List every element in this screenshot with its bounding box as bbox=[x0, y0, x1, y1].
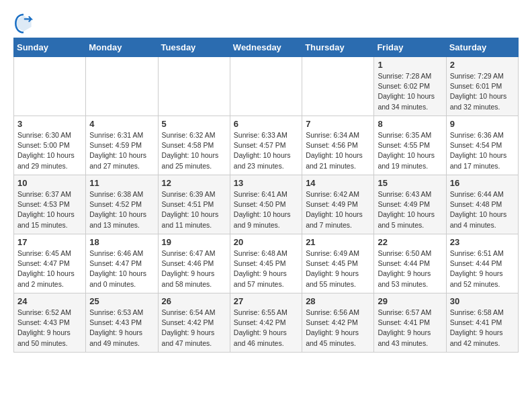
day-info: Sunrise: 6:51 AM Sunset: 4:44 PM Dayligh… bbox=[450, 248, 515, 289]
calendar-cell: 10Sunrise: 6:37 AM Sunset: 4:53 PM Dayli… bbox=[14, 175, 86, 234]
day-info: Sunrise: 6:58 AM Sunset: 4:41 PM Dayligh… bbox=[450, 308, 515, 349]
day-of-week-header: Friday bbox=[374, 38, 446, 57]
calendar-cell: 7Sunrise: 6:34 AM Sunset: 4:56 PM Daylig… bbox=[302, 116, 374, 175]
day-info: Sunrise: 6:45 AM Sunset: 4:47 PM Dayligh… bbox=[17, 248, 82, 289]
header-row: SundayMondayTuesdayWednesdayThursdayFrid… bbox=[14, 38, 519, 57]
day-info: Sunrise: 6:32 AM Sunset: 4:58 PM Dayligh… bbox=[162, 130, 226, 171]
calendar-week-row: 3Sunrise: 6:30 AM Sunset: 5:00 PM Daylig… bbox=[14, 116, 519, 175]
calendar-cell: 27Sunrise: 6:55 AM Sunset: 4:42 PM Dayli… bbox=[230, 293, 302, 353]
calendar-table: SundayMondayTuesdayWednesdayThursdayFrid… bbox=[13, 38, 519, 353]
calendar-cell: 20Sunrise: 6:48 AM Sunset: 4:45 PM Dayli… bbox=[230, 234, 302, 293]
calendar-cell: 19Sunrise: 6:47 AM Sunset: 4:46 PM Dayli… bbox=[158, 234, 230, 293]
day-info: Sunrise: 6:42 AM Sunset: 4:49 PM Dayligh… bbox=[306, 189, 370, 230]
day-number: 25 bbox=[89, 296, 154, 306]
day-number: 13 bbox=[234, 178, 298, 188]
calendar-cell: 4Sunrise: 6:31 AM Sunset: 4:59 PM Daylig… bbox=[86, 116, 158, 175]
day-number: 1 bbox=[378, 60, 442, 70]
day-number: 9 bbox=[450, 119, 515, 129]
calendar-cell: 28Sunrise: 6:56 AM Sunset: 4:42 PM Dayli… bbox=[302, 293, 374, 353]
calendar-cell: 16Sunrise: 6:44 AM Sunset: 4:48 PM Dayli… bbox=[446, 175, 518, 234]
day-info: Sunrise: 6:53 AM Sunset: 4:43 PM Dayligh… bbox=[89, 308, 154, 349]
day-number: 3 bbox=[17, 119, 82, 129]
calendar-cell: 2Sunrise: 7:29 AM Sunset: 6:01 PM Daylig… bbox=[446, 57, 518, 116]
calendar-cell: 24Sunrise: 6:52 AM Sunset: 4:43 PM Dayli… bbox=[14, 293, 86, 353]
day-info: Sunrise: 6:56 AM Sunset: 4:42 PM Dayligh… bbox=[306, 308, 370, 349]
day-number: 7 bbox=[306, 119, 370, 129]
day-number: 21 bbox=[306, 237, 370, 247]
day-info: Sunrise: 6:39 AM Sunset: 4:51 PM Dayligh… bbox=[162, 189, 226, 230]
day-number: 26 bbox=[162, 296, 226, 306]
day-info: Sunrise: 6:49 AM Sunset: 4:45 PM Dayligh… bbox=[306, 248, 370, 289]
day-number: 29 bbox=[378, 296, 442, 306]
day-info: Sunrise: 6:57 AM Sunset: 4:41 PM Dayligh… bbox=[378, 308, 442, 349]
day-info: Sunrise: 6:36 AM Sunset: 4:54 PM Dayligh… bbox=[450, 130, 515, 171]
day-info: Sunrise: 6:50 AM Sunset: 4:44 PM Dayligh… bbox=[378, 248, 442, 289]
day-info: Sunrise: 6:52 AM Sunset: 4:43 PM Dayligh… bbox=[17, 308, 82, 349]
day-of-week-header: Wednesday bbox=[230, 38, 302, 57]
calendar-cell: 9Sunrise: 6:36 AM Sunset: 4:54 PM Daylig… bbox=[446, 116, 518, 175]
day-number: 17 bbox=[17, 237, 82, 247]
day-info: Sunrise: 7:29 AM Sunset: 6:01 PM Dayligh… bbox=[450, 71, 515, 112]
day-number: 20 bbox=[234, 237, 298, 247]
day-number: 10 bbox=[17, 178, 82, 188]
day-number: 15 bbox=[378, 178, 442, 188]
calendar-cell: 3Sunrise: 6:30 AM Sunset: 5:00 PM Daylig… bbox=[14, 116, 86, 175]
day-info: Sunrise: 7:28 AM Sunset: 6:02 PM Dayligh… bbox=[378, 71, 442, 112]
calendar-cell: 21Sunrise: 6:49 AM Sunset: 4:45 PM Dayli… bbox=[302, 234, 374, 293]
day-number: 5 bbox=[162, 119, 226, 129]
day-number: 16 bbox=[450, 178, 515, 188]
day-info: Sunrise: 6:30 AM Sunset: 5:00 PM Dayligh… bbox=[17, 130, 82, 171]
calendar-cell: 15Sunrise: 6:43 AM Sunset: 4:49 PM Dayli… bbox=[374, 175, 446, 234]
calendar-cell bbox=[14, 57, 86, 116]
day-number: 23 bbox=[450, 237, 515, 247]
day-info: Sunrise: 6:48 AM Sunset: 4:45 PM Dayligh… bbox=[234, 248, 298, 289]
day-number: 14 bbox=[306, 178, 370, 188]
day-of-week-header: Sunday bbox=[14, 38, 86, 57]
calendar-cell: 5Sunrise: 6:32 AM Sunset: 4:58 PM Daylig… bbox=[158, 116, 230, 175]
day-number: 27 bbox=[234, 296, 298, 306]
calendar-cell: 22Sunrise: 6:50 AM Sunset: 4:44 PM Dayli… bbox=[374, 234, 446, 293]
calendar-week-row: 10Sunrise: 6:37 AM Sunset: 4:53 PM Dayli… bbox=[14, 175, 519, 234]
day-number: 8 bbox=[378, 119, 442, 129]
day-info: Sunrise: 6:47 AM Sunset: 4:46 PM Dayligh… bbox=[162, 248, 226, 289]
calendar-cell bbox=[86, 57, 158, 116]
calendar-cell: 30Sunrise: 6:58 AM Sunset: 4:41 PM Dayli… bbox=[446, 293, 518, 353]
day-info: Sunrise: 6:55 AM Sunset: 4:42 PM Dayligh… bbox=[234, 308, 298, 349]
day-of-week-header: Thursday bbox=[302, 38, 374, 57]
day-info: Sunrise: 6:41 AM Sunset: 4:50 PM Dayligh… bbox=[234, 189, 298, 230]
day-info: Sunrise: 6:46 AM Sunset: 4:47 PM Dayligh… bbox=[89, 248, 154, 289]
logo bbox=[13, 13, 36, 34]
logo-icon bbox=[13, 13, 34, 34]
calendar-cell: 11Sunrise: 6:38 AM Sunset: 4:52 PM Dayli… bbox=[86, 175, 158, 234]
day-number: 11 bbox=[89, 178, 154, 188]
calendar-cell: 12Sunrise: 6:39 AM Sunset: 4:51 PM Dayli… bbox=[158, 175, 230, 234]
calendar-cell: 6Sunrise: 6:33 AM Sunset: 4:57 PM Daylig… bbox=[230, 116, 302, 175]
day-info: Sunrise: 6:33 AM Sunset: 4:57 PM Dayligh… bbox=[234, 130, 298, 171]
calendar-cell bbox=[302, 57, 374, 116]
day-number: 6 bbox=[234, 119, 298, 129]
day-number: 30 bbox=[450, 296, 515, 306]
calendar-week-row: 1Sunrise: 7:28 AM Sunset: 6:02 PM Daylig… bbox=[14, 57, 519, 116]
day-number: 18 bbox=[89, 237, 154, 247]
calendar-cell: 1Sunrise: 7:28 AM Sunset: 6:02 PM Daylig… bbox=[374, 57, 446, 116]
day-info: Sunrise: 6:37 AM Sunset: 4:53 PM Dayligh… bbox=[17, 189, 82, 230]
day-of-week-header: Monday bbox=[86, 38, 158, 57]
day-info: Sunrise: 6:43 AM Sunset: 4:49 PM Dayligh… bbox=[378, 189, 442, 230]
day-number: 12 bbox=[162, 178, 226, 188]
day-of-week-header: Saturday bbox=[446, 38, 518, 57]
day-number: 28 bbox=[306, 296, 370, 306]
calendar-cell bbox=[158, 57, 230, 116]
calendar-week-row: 24Sunrise: 6:52 AM Sunset: 4:43 PM Dayli… bbox=[14, 293, 519, 353]
day-info: Sunrise: 6:38 AM Sunset: 4:52 PM Dayligh… bbox=[89, 189, 154, 230]
calendar-cell: 18Sunrise: 6:46 AM Sunset: 4:47 PM Dayli… bbox=[86, 234, 158, 293]
calendar-cell: 14Sunrise: 6:42 AM Sunset: 4:49 PM Dayli… bbox=[302, 175, 374, 234]
calendar-cell: 13Sunrise: 6:41 AM Sunset: 4:50 PM Dayli… bbox=[230, 175, 302, 234]
calendar-cell: 29Sunrise: 6:57 AM Sunset: 4:41 PM Dayli… bbox=[374, 293, 446, 353]
day-number: 19 bbox=[162, 237, 226, 247]
calendar-week-row: 17Sunrise: 6:45 AM Sunset: 4:47 PM Dayli… bbox=[14, 234, 519, 293]
day-info: Sunrise: 6:31 AM Sunset: 4:59 PM Dayligh… bbox=[89, 130, 154, 171]
page-header bbox=[13, 11, 519, 34]
calendar-cell: 17Sunrise: 6:45 AM Sunset: 4:47 PM Dayli… bbox=[14, 234, 86, 293]
day-info: Sunrise: 6:54 AM Sunset: 4:42 PM Dayligh… bbox=[162, 308, 226, 349]
day-number: 4 bbox=[89, 119, 154, 129]
